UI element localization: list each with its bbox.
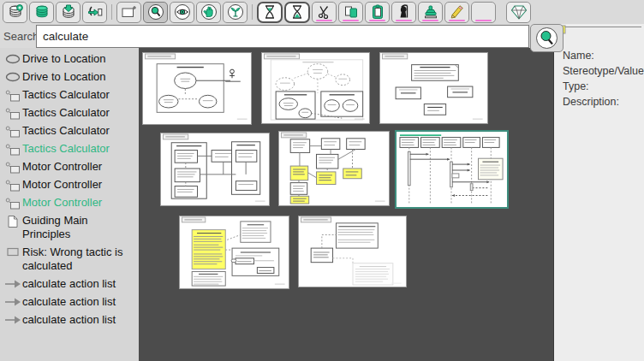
result-item-label: Motor Controller [22,177,102,192]
type-field-label: Type: [563,79,644,94]
hourglass-start-icon [262,3,277,21]
component-icon [3,177,22,192]
open-database-button[interactable] [29,2,54,23]
result-item-label: Drive to Location [22,69,106,84]
search-bar: Search: [0,24,565,48]
result-item-usecase[interactable]: Drive to Location [0,50,139,68]
result-item-action[interactable]: calculate action list [0,293,139,311]
grow-mode-button[interactable] [223,2,247,23]
thumbnail-sequence-diagram-selected[interactable] [395,130,509,209]
result-item-component[interactable]: Motor Controller [0,157,139,175]
result-item-component-highlighted[interactable]: Motor Controller [0,193,139,211]
edit-button[interactable] [444,2,469,23]
pencil-icon [449,3,466,21]
database-add-icon [7,3,24,21]
cut-button[interactable] [312,2,337,23]
export-button[interactable] [82,2,107,23]
component-icon [3,195,22,210]
thumbnail-solution-strategy[interactable] [379,52,488,124]
action-arrow-icon [3,276,22,290]
stamp-button[interactable] [418,2,443,23]
import-database-button[interactable] [56,2,80,23]
component-icon [3,87,22,102]
stamp-icon [422,3,439,21]
new-diagram-icon [121,3,138,21]
search-icon [535,27,558,50]
result-item-label: Guiding Main Principles [22,213,139,241]
action-arrow-icon [3,312,22,326]
result-item-component[interactable]: Tactics Calculator [0,104,139,121]
thumbnail-guiding-principles-notes[interactable] [179,216,289,289]
name-field-label: Name: [563,48,644,63]
stereotype-field-label: Stereotype/Valuetype: [563,63,644,79]
toolbar-separator [252,4,253,20]
pan-mode-button[interactable] [196,2,221,23]
copy-button[interactable] [338,2,363,23]
result-item-component-highlighted[interactable]: Tactics Calculator [0,139,139,157]
thumbnail-use-case-overview[interactable] [142,52,252,125]
view-mode-button[interactable] [170,2,194,23]
gem-icon [510,3,528,21]
blank-icon [475,3,492,21]
description-field-label: Description: [563,94,644,109]
search-mode-button[interactable] [143,2,168,23]
result-item-label: Tactics Calculator [22,123,110,138]
search-input[interactable] [36,25,529,48]
delete-button[interactable] [391,2,416,23]
result-item-label: calculate action list [22,312,116,327]
export-icon [86,3,104,21]
result-item-action[interactable]: calculate action list [0,275,139,293]
app-window: Search: Drive to Location Drive to Locat… [0,0,644,361]
result-item-label: calculate action list [22,294,116,309]
component-icon [3,123,22,138]
search-go-button[interactable] [530,24,564,52]
action-arrow-icon [3,294,22,308]
result-item-label: Risk: Wrong tactic is calculated [22,245,139,273]
result-item-label: calculate action list [22,276,116,291]
copy-icon [343,3,360,21]
result-item-label: Motor Controller [22,195,102,210]
result-item-label: Motor Controller [22,159,102,174]
result-item-risk[interactable]: Risk: Wrong tactic is calculated [0,243,139,275]
result-item-component[interactable]: Motor Controller [0,175,139,193]
thumbnail-architecture-blocks[interactable] [160,133,270,206]
component-icon [3,105,22,120]
hourglass-end-icon [289,3,305,21]
result-item-note[interactable]: Guiding Main Principles [0,211,139,243]
eye-icon [174,3,191,21]
hand-icon [200,3,218,21]
database-icon [33,3,51,21]
new-database-button[interactable] [3,2,27,23]
inspector-fields: Name: Stereotype/Valuetype: Type: Descri… [554,24,644,109]
blank-button[interactable] [471,2,496,23]
gem-button[interactable] [506,2,531,23]
result-item-label: Tactics Calculator [22,87,110,102]
thumbnail-risk-notes[interactable] [298,216,407,287]
history-forward-button[interactable] [284,2,310,23]
result-item-label: Drive to Location [22,51,106,66]
result-item-label: Tactics Calculator [22,105,110,120]
search-results-list: Drive to Location Drive to Location Tact… [0,48,139,361]
usecase-icon [3,69,22,83]
diagram-canvas [139,48,553,361]
properties-panel: Name: Stereotype/Valuetype: Type: Descri… [553,24,644,361]
result-item-action[interactable]: calculate action list [0,311,139,328]
thumbnail-deployment-partitions[interactable] [278,131,390,206]
result-item-component[interactable]: Tactics Calculator [0,86,139,104]
new-diagram-button[interactable] [116,2,141,23]
result-item-usecase[interactable]: Drive to Location [0,68,139,86]
paste-button[interactable] [365,2,390,23]
paste-icon [369,3,386,21]
usecase-icon [3,51,22,65]
note-icon [3,213,22,228]
component-icon [3,141,22,156]
history-back-button[interactable] [257,2,283,23]
component-icon [3,159,22,174]
database-import-icon [60,3,77,21]
reaper-icon [396,3,413,21]
result-item-component[interactable]: Tactics Calculator [0,121,139,139]
thumbnail-use-cases-and-tasks[interactable] [261,52,370,124]
result-item-label: Tactics Calculator [22,141,110,156]
toolbar-separator [111,4,112,20]
toolbar [0,0,644,24]
